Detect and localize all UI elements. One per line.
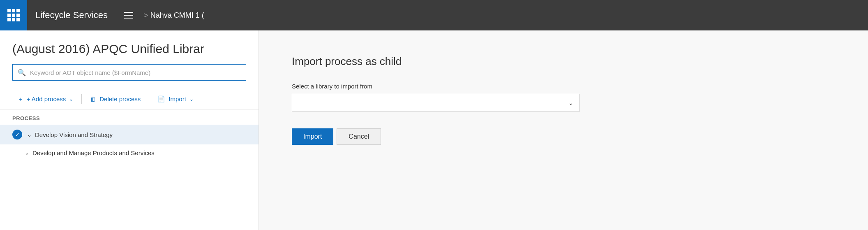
import-button[interactable]: 📄 Import ⌄ bbox=[151, 92, 200, 106]
library-select[interactable]: ⌄ bbox=[292, 94, 579, 112]
grid-icon bbox=[7, 9, 20, 21]
delete-icon: 🗑 bbox=[90, 95, 96, 102]
app-switcher-button[interactable] bbox=[0, 0, 27, 30]
app-title: Lifecycle Services bbox=[27, 10, 116, 21]
process-item-label: Develop and Manage Products and Services bbox=[32, 149, 155, 156]
import-label: Import bbox=[169, 95, 186, 102]
toolbar-divider-1 bbox=[81, 94, 82, 104]
add-process-button[interactable]: + + Add process ⌄ bbox=[12, 92, 80, 106]
hamburger-menu-button[interactable] bbox=[116, 12, 141, 19]
check-circle-icon: ✓ bbox=[12, 130, 22, 139]
dialog-select-label: Select a library to import from bbox=[292, 83, 835, 90]
toolbar-divider-2 bbox=[149, 94, 149, 104]
import-chevron-icon: ⌄ bbox=[189, 96, 194, 102]
import-doc-icon: 📄 bbox=[157, 95, 165, 103]
add-process-label: + Add process bbox=[27, 95, 66, 102]
process-section-label: Process bbox=[0, 109, 259, 125]
checkmark-icon: ✓ bbox=[15, 132, 20, 138]
import-confirm-button[interactable]: Import bbox=[292, 128, 333, 145]
right-panel: Import process as child Select a library… bbox=[259, 30, 868, 230]
search-bar: 🔍 bbox=[12, 64, 246, 81]
process-item-label: Develop Vision and Strategy bbox=[35, 131, 113, 138]
page-title: (August 2016) APQC Unified Librar bbox=[0, 30, 259, 64]
breadcrumb-separator: > bbox=[143, 11, 148, 20]
search-input[interactable] bbox=[30, 69, 241, 76]
list-item[interactable]: ⌄ Develop and Manage Products and Servic… bbox=[0, 144, 259, 161]
add-process-chevron-icon: ⌄ bbox=[69, 96, 73, 102]
expand-chevron-icon: ⌄ bbox=[27, 132, 32, 138]
search-icon: 🔍 bbox=[18, 69, 26, 77]
select-chevron-icon: ⌄ bbox=[568, 100, 573, 106]
delete-process-label: Delete process bbox=[99, 95, 141, 102]
toolbar: + + Add process ⌄ 🗑 Delete process 📄 Imp… bbox=[0, 89, 259, 109]
left-panel: (August 2016) APQC Unified Librar 🔍 + + … bbox=[0, 30, 259, 230]
cancel-button[interactable]: Cancel bbox=[337, 128, 381, 145]
breadcrumb-project[interactable]: Nahva CMMI 1 ( bbox=[150, 11, 204, 20]
main-content: (August 2016) APQC Unified Librar 🔍 + + … bbox=[0, 30, 868, 230]
app-header: Lifecycle Services > Nahva CMMI 1 ( bbox=[0, 0, 868, 30]
delete-process-button[interactable]: 🗑 Delete process bbox=[83, 92, 147, 106]
list-item[interactable]: ✓ ⌄ Develop Vision and Strategy bbox=[0, 125, 259, 144]
process-section: Process ✓ ⌄ Develop Vision and Strategy … bbox=[0, 109, 259, 230]
expand-chevron-icon: ⌄ bbox=[25, 150, 29, 156]
dialog-title: Import process as child bbox=[292, 55, 835, 68]
add-icon: + bbox=[19, 95, 23, 102]
dialog-actions: Import Cancel bbox=[292, 128, 835, 145]
